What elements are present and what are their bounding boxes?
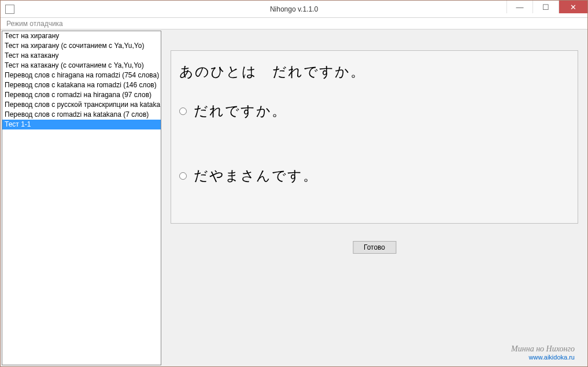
maximize-button[interactable]: ☐ xyxy=(532,1,559,13)
sidebar-item-1[interactable]: Тест на хирагану (с сочитанием с Ya,Yu,Y… xyxy=(2,41,161,51)
sidebar-item-3[interactable]: Тест на катакану (с сочитанием с Ya,Yu,Y… xyxy=(2,61,161,71)
close-button[interactable]: ✕ xyxy=(559,1,587,13)
sidebar-item-5[interactable]: Перевод слов с katakana на romadzi (146 … xyxy=(2,80,161,90)
app-icon xyxy=(5,5,14,14)
main-panel: あのひとは だれですか。 だれですか。 だやまさんです。 Готово Минн… xyxy=(161,29,587,366)
menubar: Режим отладчика xyxy=(1,18,587,29)
titlebar: Nihongo v.1.1.0 — ☐ ✕ xyxy=(1,1,587,18)
sidebar-item-0[interactable]: Тест на хирагану xyxy=(2,31,161,41)
question-text: あのひとは だれですか。 xyxy=(179,62,569,81)
sidebar-item-4[interactable]: Перевод слов с hiragana на romadzi (754 … xyxy=(2,71,161,80)
sidebar-item-7[interactable]: Перевод слов с русской транскрипции на k… xyxy=(2,100,161,110)
menu-debugger[interactable]: Режим отладчика xyxy=(3,18,66,29)
window-title: Nihongo v.1.1.0 xyxy=(270,5,318,13)
footer-link[interactable]: www.aikidoka.ru xyxy=(511,354,575,361)
test-list[interactable]: Тест на хирагануТест на хирагану (с сочи… xyxy=(2,31,161,365)
answer-text-1: だやまさんです。 xyxy=(194,166,318,185)
content-area: Тест на хирагануТест на хирагану (с сочи… xyxy=(1,29,587,366)
answer-option-1[interactable]: だやまさんです。 xyxy=(179,166,569,185)
answer-radio-1[interactable] xyxy=(179,172,187,180)
sidebar-item-9[interactable]: Тест 1-1 xyxy=(2,120,161,129)
answer-option-0[interactable]: だれですか。 xyxy=(179,102,569,120)
submit-button[interactable]: Готово xyxy=(353,241,396,254)
sidebar-item-6[interactable]: Перевод слов с romadzi на hiragana (97 с… xyxy=(2,90,161,100)
minimize-button[interactable]: — xyxy=(506,1,532,13)
answer-radio-0[interactable] xyxy=(179,107,187,115)
window-controls: — ☐ ✕ xyxy=(506,1,587,17)
sidebar-item-2[interactable]: Тест на катакану xyxy=(2,51,161,61)
answer-text-0: だれですか。 xyxy=(194,102,287,120)
footer-title: Минна но Нихонго xyxy=(511,344,575,354)
footer: Минна но Нихонго www.aikidoka.ru xyxy=(511,344,575,361)
question-panel: あのひとは だれですか。 だれですか。 だやまさんです。 xyxy=(171,50,578,224)
app-window: Nihongo v.1.1.0 — ☐ ✕ Режим отладчика Те… xyxy=(0,0,588,367)
sidebar-item-8[interactable]: Перевод слов с romadzi на katakana (7 сл… xyxy=(2,110,161,120)
